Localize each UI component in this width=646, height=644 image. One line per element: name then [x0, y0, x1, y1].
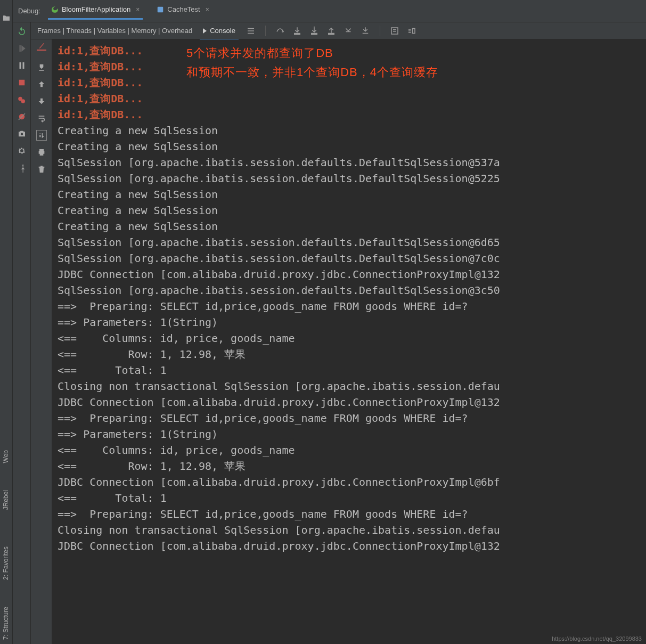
console-line: <== Total: 1 — [58, 490, 641, 506]
console-line: Creating a new SqlSession — [58, 123, 641, 138]
tab-console[interactable]: Console — [200, 25, 239, 37]
sidebar-tab-jrebel[interactable]: JRebel — [2, 490, 10, 510]
evaluate-expr-icon[interactable] — [390, 26, 399, 36]
console-line: SqlSession [org.apache.ibatis.session.de… — [58, 154, 641, 170]
trash-icon[interactable] — [36, 164, 47, 175]
console-line: Creating a new SqlSession — [58, 138, 641, 154]
resume-icon[interactable] — [17, 44, 27, 53]
console-line: ==> Preparing: SELECT id,price,goods_nam… — [58, 506, 641, 522]
sidebar-tab-web[interactable]: Web — [2, 450, 10, 463]
console-line: JDBC Connection [com.alibaba.druid.proxy… — [58, 474, 641, 490]
stop-icon[interactable] — [17, 78, 27, 87]
sidebar-tab-7-structure[interactable]: 7: Structure — [2, 607, 10, 640]
print-icon[interactable] — [36, 147, 47, 158]
debug-label: Debug: — [18, 7, 40, 15]
watermark: https://blog.csdn.net/qq_32099833 — [552, 635, 642, 642]
console-output[interactable]: id:1,查询DB...id:1,查询DB...id:1,查询DB...id:1… — [52, 39, 646, 644]
svg-point-3 — [21, 99, 25, 103]
console-line: JDBC Connection [com.alibaba.druid.proxy… — [58, 538, 641, 554]
console-line: <== Row: 1, 12.98, 苹果 — [58, 458, 641, 474]
debug-actions-column — [13, 22, 31, 644]
console-line: ==> Parameters: 1(String) — [58, 426, 641, 442]
pause-icon[interactable] — [17, 61, 27, 70]
console-indicator-icon — [203, 28, 207, 34]
close-icon[interactable]: × — [206, 6, 209, 13]
class-icon — [157, 6, 164, 13]
toolbar-separator — [265, 26, 266, 36]
console-line: <== Columns: id, price, goods_name — [58, 330, 641, 346]
project-icon[interactable] — [2, 14, 11, 22]
step-out-icon[interactable] — [326, 26, 336, 36]
console-line: SqlSession [org.apache.ibatis.session.de… — [58, 170, 641, 186]
console-gutter — [31, 39, 52, 644]
debug-sub-toolbar: Frames | Threads | Variables | Memory | … — [31, 22, 646, 39]
console-line: id:1,查询DB... — [58, 107, 641, 123]
camera-icon[interactable] — [17, 129, 27, 138]
run-config-tab-0[interactable]: BloomFilterApplication× — [48, 3, 143, 19]
console-line: SqlSession [org.apache.ibatis.session.de… — [58, 282, 641, 298]
soft-wrap-icon[interactable] — [36, 113, 47, 124]
clear-icon[interactable] — [36, 45, 47, 55]
svg-rect-8 — [312, 33, 317, 34]
console-line: JDBC Connection [com.alibaba.druid.proxy… — [58, 394, 641, 410]
console-line: SqlSession [org.apache.ibatis.session.de… — [58, 250, 641, 266]
console-line: Closing non transactional SqlSession [or… — [58, 378, 641, 394]
close-icon[interactable]: × — [136, 6, 140, 13]
svg-rect-1 — [19, 80, 24, 86]
mute-breakpoints-icon[interactable] — [17, 112, 27, 121]
console-line: Creating a new SqlSession — [58, 218, 641, 234]
svg-rect-9 — [329, 33, 334, 34]
console-line: SqlSession [org.apache.ibatis.session.de… — [58, 234, 641, 250]
run-to-cursor-icon[interactable] — [361, 26, 370, 36]
console-line: <== Columns: id, price, goods_name — [58, 442, 641, 458]
run-config-tab-1[interactable]: CacheTest× — [153, 3, 212, 19]
run-config-label: BloomFilterApplication — [62, 5, 130, 13]
toggle-line-icon[interactable] — [36, 130, 47, 141]
trace-current-icon[interactable] — [407, 26, 416, 36]
console-tab-label: Console — [210, 27, 235, 35]
console-line: id:1,查询DB... — [58, 91, 641, 107]
up-icon[interactable] — [36, 79, 47, 89]
force-step-into-icon[interactable] — [309, 26, 319, 36]
console-line: Creating a new SqlSession — [58, 186, 641, 202]
console-line: Creating a new SqlSession — [58, 202, 641, 218]
console-line: id:1,查询DB... — [58, 75, 641, 91]
view-breakpoints-icon[interactable] — [17, 95, 27, 104]
run-config-label: CacheTest — [167, 5, 200, 13]
console-line: <== Row: 1, 12.98, 苹果 — [58, 346, 641, 362]
step-into-icon[interactable] — [292, 26, 302, 36]
step-over-icon[interactable] — [275, 26, 285, 36]
svg-rect-7 — [295, 33, 300, 34]
sidebar-tab-2-favorites[interactable]: 2: Favorites — [2, 547, 10, 580]
console-line: ==> Preparing: SELECT id,price,goods_nam… — [58, 298, 641, 314]
svg-rect-0 — [158, 6, 163, 12]
console-line: ==> Parameters: 1(String) — [58, 314, 641, 330]
toolbar-separator — [380, 26, 380, 36]
frames-tabs-label[interactable]: Frames | Threads | Variables | Memory | … — [37, 27, 192, 35]
console-line: Closing non transactional SqlSession [or… — [58, 522, 641, 538]
console-line: <== Total: 1 — [58, 362, 641, 378]
left-gutter: 7: Structure2: FavoritesJRebelWeb — [0, 0, 13, 644]
spring-icon — [51, 6, 59, 13]
debug-tabbar: Debug: BloomFilterApplication×CacheTest× — [13, 0, 646, 22]
console-line: id:1,查询DB... — [58, 59, 641, 75]
svg-point-6 — [20, 133, 23, 136]
console-line: ==> Preparing: SELECT id,price,goods_nam… — [58, 410, 641, 426]
console-line: JDBC Connection [com.alibaba.druid.proxy… — [58, 266, 641, 282]
pin-icon[interactable] — [15, 161, 28, 174]
down-icon[interactable] — [36, 96, 47, 107]
console-line: id:1,查询DB... — [58, 43, 641, 59]
show-execution-icon[interactable] — [246, 26, 256, 36]
rerun-icon[interactable] — [17, 27, 27, 36]
gear-icon[interactable] — [17, 146, 27, 156]
scroll-to-end-icon[interactable] — [36, 62, 47, 72]
drop-frame-icon[interactable] — [344, 26, 353, 36]
